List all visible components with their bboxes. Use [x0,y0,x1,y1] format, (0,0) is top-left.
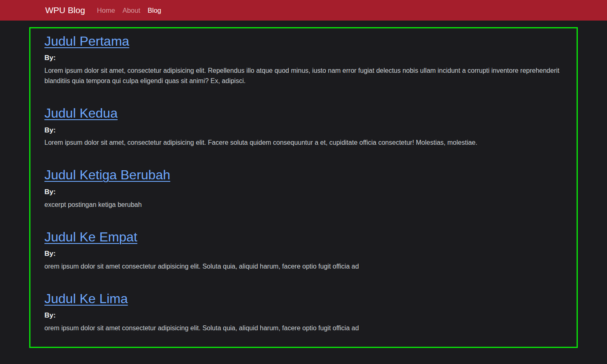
post-excerpt: Lorem ipsum dolor sit amet, consectetur … [44,65,563,86]
post-title-link-ketiga[interactable]: Judul Ketiga Berubah [44,167,170,182]
post-title: Judul Kedua [44,105,563,121]
post-byline: By: [44,187,563,197]
post-3: Judul Ketiga Berubah By: excerpt posting… [44,167,563,209]
post-5: Judul Ke Lima By: orem ipsum dolor sit a… [44,291,563,333]
post-title-link-kedua[interactable]: Judul Kedua [44,106,118,121]
post-1: Judul Pertama By: Lorem ipsum dolor sit … [44,33,563,86]
nav-item-blog[interactable]: Blog [144,3,165,18]
post-byline: By: [44,311,563,320]
posts-container: Judul Pertama By: Lorem ipsum dolor sit … [29,27,578,348]
post-title: Judul Ke Empat [44,229,563,245]
navbar-brand[interactable]: WPU Blog [45,5,85,15]
post-title: Judul Ke Lima [44,291,563,306]
post-title: Judul Pertama [44,33,563,49]
post-excerpt: excerpt postingan ketiga berubah [44,199,563,210]
post-excerpt: orem ipsum dolor sit amet consectetur ad… [44,261,563,271]
post-byline: By: [44,249,563,259]
post-title: Judul Ketiga Berubah [44,167,563,183]
post-title-link-keempat[interactable]: Judul Ke Empat [44,230,137,244]
navbar-links: Home About Blog [93,3,165,18]
navbar: WPU Blog Home About Blog [0,0,607,21]
post-4: Judul Ke Empat By: orem ipsum dolor sit … [44,229,563,271]
post-title-link-pertama[interactable]: Judul Pertama [44,34,129,49]
post-2: Judul Kedua By: Lorem ipsum dolor sit am… [44,105,563,148]
post-byline: By: [44,53,563,63]
post-byline: By: [44,125,563,135]
post-excerpt: orem ipsum dolor sit amet consectetur ad… [44,323,563,333]
nav-item-home[interactable]: Home [93,3,119,18]
post-title-link-kelima[interactable]: Judul Ke Lima [44,291,128,306]
nav-item-about[interactable]: About [119,3,144,18]
post-excerpt: Lorem ipsum dolor sit amet, consectetur … [44,137,563,148]
